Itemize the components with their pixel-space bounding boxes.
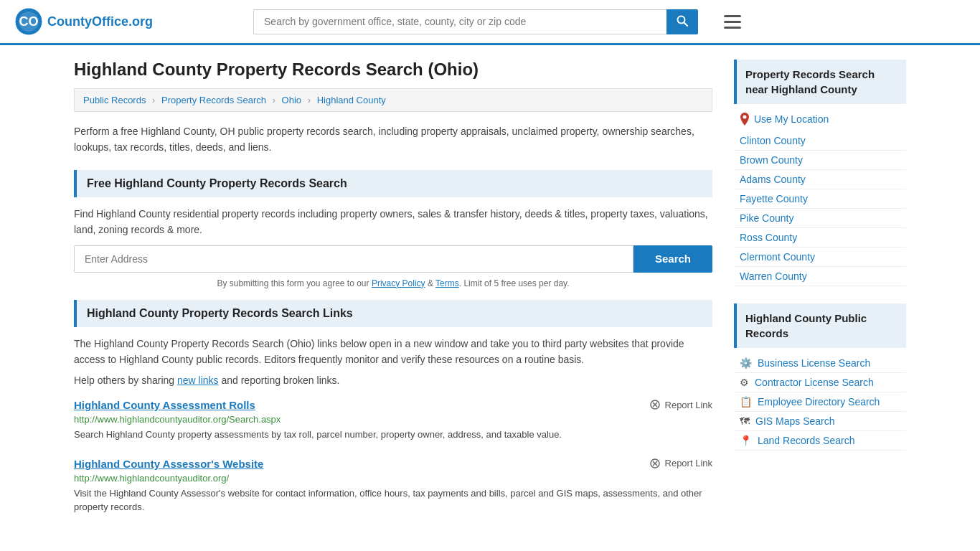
gis-maps-icon: 🗺 — [740, 415, 750, 427]
site-logo[interactable]: CO CountyOffice.org — [14, 7, 153, 36]
sidebar-gis-maps-search[interactable]: 🗺 GIS Maps Search — [734, 412, 906, 431]
site-header: CO CountyOffice.org — [0, 0, 980, 45]
breadcrumb-sep-1: › — [152, 95, 155, 105]
links-section-description: The Highland County Property Records Sea… — [74, 336, 712, 368]
links-section-header: Highland County Property Records Search … — [74, 300, 712, 327]
terms-link[interactable]: Terms — [435, 278, 459, 288]
content-area: Highland County Property Records Search … — [74, 60, 712, 530]
business-license-icon: ⚙️ — [740, 357, 752, 369]
record-link-header-2: Highland County Assessor's Website Repor… — [74, 458, 712, 470]
logo-icon: CO — [14, 7, 43, 36]
sidebar-county-warren[interactable]: Warren County — [734, 267, 906, 286]
breadcrumb-highland-county[interactable]: Highland County — [317, 95, 386, 105]
record-link-header-1: Highland County Assessment Rolls Report … — [74, 399, 712, 411]
sidebar-contractor-license-search[interactable]: ⚙ Contractor License Search — [734, 373, 906, 392]
record-desc-1: Search Highland County property assessme… — [74, 428, 712, 442]
sidebar-county-fayette[interactable]: Fayette County — [734, 189, 906, 209]
address-search-form: Search — [74, 245, 712, 273]
hamburger-menu-button[interactable] — [720, 11, 745, 33]
hamburger-icon — [724, 15, 741, 29]
record-url-2: http://www.highlandcountyauditor.org/ — [74, 473, 712, 484]
land-records-icon: 📍 — [740, 435, 752, 446]
record-desc-2: Visit the Highland County Assessor's web… — [74, 486, 712, 514]
report-link-icon-1 — [649, 399, 661, 410]
contractor-license-icon: ⚙ — [740, 377, 749, 388]
page-title: Highland County Property Records Search … — [74, 60, 712, 80]
free-search-description: Find Highland County residential propert… — [74, 206, 712, 238]
sidebar-nearby-section: Property Records Search near Highland Co… — [734, 60, 906, 286]
logo-text: CountyOffice.org — [47, 14, 153, 29]
breadcrumb: Public Records › Property Records Search… — [74, 88, 712, 112]
breadcrumb-ohio[interactable]: Ohio — [282, 95, 301, 105]
record-link-item-2: Highland County Assessor's Website Repor… — [74, 458, 712, 514]
sidebar-county-brown[interactable]: Brown County — [734, 151, 906, 170]
header-search-button[interactable] — [666, 9, 698, 34]
breadcrumb-public-records[interactable]: Public Records — [83, 95, 146, 105]
sidebar-county-adams[interactable]: Adams County — [734, 170, 906, 189]
report-link-button-1[interactable]: Report Link — [649, 399, 712, 410]
privacy-policy-link[interactable]: Privacy Policy — [372, 278, 425, 288]
address-search-button[interactable]: Search — [633, 245, 712, 273]
form-disclaimer: By submitting this form you agree to our… — [74, 278, 712, 288]
sidebar-land-records-search[interactable]: 📍 Land Records Search — [734, 431, 906, 451]
sidebar-employee-directory-search[interactable]: 📋 Employee Directory Search — [734, 392, 906, 412]
share-text: Help others by sharing new links and rep… — [74, 375, 712, 386]
use-my-location-link[interactable]: Use My Location — [734, 110, 906, 128]
sidebar-county-ross[interactable]: Ross County — [734, 228, 906, 248]
sidebar-business-license-search[interactable]: ⚙️ Business License Search — [734, 354, 906, 373]
breadcrumb-sep-3: › — [308, 95, 311, 105]
employee-directory-icon: 📋 — [740, 396, 752, 408]
svg-line-4 — [684, 22, 688, 26]
sidebar: Property Records Search near Highland Co… — [734, 60, 906, 530]
sidebar-public-records-title: Highland County Public Records — [734, 303, 906, 348]
intro-text: Perform a free Highland County, OH publi… — [74, 123, 712, 156]
header-search-bar — [253, 9, 698, 34]
report-link-icon-2 — [649, 458, 661, 469]
header-search-input[interactable] — [253, 9, 666, 34]
location-pin-icon — [740, 113, 750, 126]
breadcrumb-property-records-search[interactable]: Property Records Search — [161, 95, 266, 105]
main-container: Highland County Property Records Search … — [60, 45, 920, 545]
record-link-title-2[interactable]: Highland County Assessor's Website — [74, 458, 263, 470]
new-links-link[interactable]: new links — [177, 375, 219, 386]
sidebar-public-records-section: Highland County Public Records ⚙️ Busine… — [734, 303, 906, 451]
sidebar-county-clermont[interactable]: Clermont County — [734, 248, 906, 267]
breadcrumb-sep-2: › — [273, 95, 275, 105]
search-icon — [677, 15, 688, 27]
record-link-item-1: Highland County Assessment Rolls Report … — [74, 399, 712, 442]
svg-text:CO: CO — [19, 14, 39, 29]
sidebar-county-pike[interactable]: Pike County — [734, 209, 906, 228]
sidebar-nearby-title: Property Records Search near Highland Co… — [734, 60, 906, 104]
record-url-1: http://www.highlandcountyauditor.org/Sea… — [74, 414, 712, 425]
free-search-section-header: Free Highland County Property Records Se… — [74, 170, 712, 197]
report-link-button-2[interactable]: Report Link — [649, 458, 712, 469]
address-search-input[interactable] — [74, 245, 633, 273]
sidebar-county-clinton[interactable]: Clinton County — [734, 131, 906, 151]
record-link-title-1[interactable]: Highland County Assessment Rolls — [74, 399, 255, 411]
